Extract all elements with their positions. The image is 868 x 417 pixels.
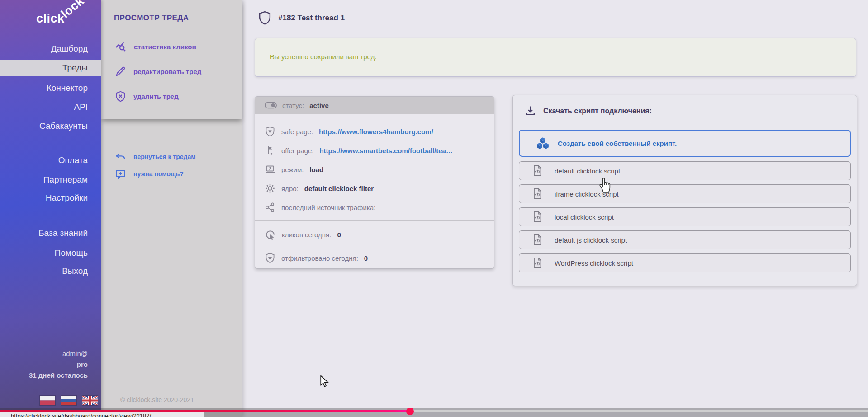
status-value: active <box>309 102 329 109</box>
flag-pin-icon <box>265 145 275 156</box>
row-label: режим: <box>281 166 304 173</box>
panel-action-delete-thread[interactable]: удалить тред <box>115 89 179 103</box>
success-alert-text: Вы успешно сохранили ваш тред. <box>270 53 377 61</box>
browser-status-bar: https://clicklock.site/dashboard/connect… <box>0 412 204 417</box>
panel-link-need-help[interactable]: нужна помощь? <box>115 168 184 180</box>
shield-star-icon <box>265 126 275 137</box>
download-script-button-default[interactable]: default clicklock script <box>519 161 851 180</box>
code-file-icon <box>532 211 543 223</box>
sidebar-item-payment[interactable]: Оплата <box>0 152 101 169</box>
code-file-icon <box>532 234 543 246</box>
user-plan: pro <box>0 359 88 370</box>
download-script-label: local clicklock script <box>555 213 614 221</box>
click-icon <box>265 229 276 240</box>
user-email: admin@ <box>0 348 88 359</box>
download-script-button-wordpress[interactable]: WordPress clicklock script <box>519 253 851 272</box>
thread-actions-raised-section: ПРОСМОТР ТРЕДА статистика кликов редакти… <box>101 0 242 119</box>
counter-value: 0 <box>337 231 341 239</box>
cubes-icon <box>536 137 550 150</box>
divider <box>255 220 494 221</box>
download-card-title: Скачать скрипт подключения: <box>525 105 652 117</box>
sidebar-item-logout[interactable]: Выход <box>0 263 101 279</box>
counter-label: отфильтровано сегодня: <box>281 254 358 262</box>
shield-x-icon <box>115 91 126 102</box>
sidebar-item-subaccounts[interactable]: Сабакаунты <box>0 118 101 134</box>
download-script-label: default js clicklock script <box>555 236 627 244</box>
divider <box>255 246 494 246</box>
user-info: admin@ pro 31 дней осталось <box>0 348 88 381</box>
panel-action-click-stats[interactable]: статистика кликов <box>115 39 196 54</box>
brand-logo[interactable]: clicklock <box>36 12 90 26</box>
shield-star-icon <box>265 253 275 263</box>
laptop-share-icon <box>265 164 275 175</box>
status-label: статус: <box>282 102 304 109</box>
create-custom-script-label: Создать свой собственный скрипт. <box>558 140 677 147</box>
status-row-last-traffic-source: последний источник трафика: <box>255 198 494 217</box>
sidebar-item-threads[interactable]: Треды <box>0 60 101 76</box>
stats-search-icon <box>115 41 127 52</box>
sidebar-item-settings[interactable]: Настройки <box>0 190 101 206</box>
status-counter-clicks-today: кликов сегодня: 0 <box>255 225 494 244</box>
clicklock-app: clicklock Дашборд Треды Коннектор API Са… <box>0 0 868 417</box>
row-label: offer page: <box>281 147 313 155</box>
sidebar-item-partners[interactable]: Партнерам <box>0 172 101 188</box>
share-icon <box>265 202 275 213</box>
panel-title: ПРОСМОТР ТРЕДА <box>114 14 189 23</box>
offer-page-link[interactable]: https://www.smartbets.com/football/tea… <box>319 147 452 155</box>
safe-page-link[interactable]: https://www.flowers4hamburg.com/ <box>319 128 433 136</box>
panel-link-label: вернуться к тредам <box>133 153 196 160</box>
help-bubble-icon <box>115 169 126 180</box>
status-bar-url: https://clicklock.site/dashboard/connect… <box>11 412 151 417</box>
thread-title: #182 Test thread 1 <box>278 14 345 23</box>
language-switcher <box>40 396 98 405</box>
shield-icon <box>258 11 272 25</box>
sidebar: clicklock Дашборд Треды Коннектор API Са… <box>0 0 101 417</box>
code-file-icon <box>532 257 543 269</box>
copyright: © clicklock.site 2020-2021 <box>120 396 194 403</box>
download-script-button-default-js[interactable]: default js clicklock script <box>519 230 851 249</box>
panel-action-label: удалить тред <box>133 93 179 100</box>
polish-flag[interactable] <box>40 396 55 405</box>
undo-arrow-icon <box>115 151 126 163</box>
code-file-icon <box>532 188 543 200</box>
sidebar-item-dashboard[interactable]: Дашборд <box>0 41 101 57</box>
status-row-core: ядро: default clicklock filter <box>255 179 494 198</box>
download-scripts-card: Скачать скрипт подключения: <box>512 95 857 286</box>
panel-link-label: нужна помощь? <box>133 170 184 178</box>
sidebar-item-help[interactable]: Помощь <box>0 245 101 261</box>
row-label: ядро: <box>281 185 299 192</box>
sidebar-item-knowledge-base[interactable]: База знаний <box>0 225 101 241</box>
status-counter-filtered-today: отфильтровано сегодня: 0 <box>255 249 494 267</box>
mouse-cursor-arrow <box>319 375 329 389</box>
pencil-icon <box>115 66 126 77</box>
counter-value: 0 <box>364 254 368 262</box>
row-label: safe page: <box>281 128 313 136</box>
create-custom-script-button[interactable]: Создать свой собственный скрипт. <box>519 130 851 157</box>
status-row-mode: режим: load <box>255 160 494 179</box>
code-file-icon <box>532 165 543 177</box>
download-script-label: iframe clicklock script <box>555 190 619 198</box>
counter-label: кликов сегодня: <box>282 231 331 239</box>
sidebar-item-connector[interactable]: Коннектор <box>0 80 101 96</box>
download-script-button-local[interactable]: local clicklock script <box>519 207 851 226</box>
row-value: load <box>309 166 323 173</box>
download-card-title-text: Скачать скрипт подключения: <box>543 107 652 115</box>
status-header: статус: active <box>255 97 494 114</box>
download-icon <box>525 105 536 117</box>
panel-action-edit-thread[interactable]: редактировать тред <box>115 64 201 79</box>
thread-header: #182 Test thread 1 <box>258 11 345 25</box>
download-script-button-iframe[interactable]: iframe clicklock script <box>519 184 851 203</box>
download-script-label: default clicklock script <box>555 167 620 175</box>
download-script-label: WordPress clicklock script <box>555 259 633 267</box>
status-row-offer-page: offer page: https://www.smartbets.com/fo… <box>255 141 494 160</box>
panel-link-back-to-threads[interactable]: вернуться к тредам <box>115 150 196 163</box>
thread-status-card: статус: active safe page: https://www.fl… <box>255 96 494 269</box>
video-progress-handle[interactable] <box>406 408 414 415</box>
row-label: последний источник трафика: <box>281 204 375 211</box>
user-days-left: 31 дней осталось <box>0 370 88 381</box>
russian-flag[interactable] <box>61 396 76 405</box>
toggle-icon <box>265 102 277 109</box>
sidebar-item-api[interactable]: API <box>0 99 101 115</box>
uk-flag[interactable] <box>82 396 98 405</box>
gear-icon <box>265 183 275 194</box>
